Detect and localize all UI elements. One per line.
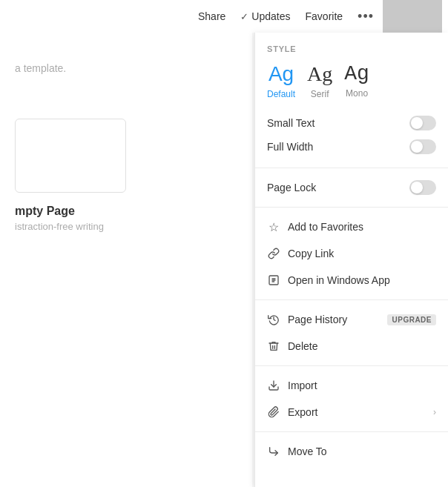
page-lock-row: Page Lock xyxy=(267,176,436,199)
page-history-item[interactable]: Page History UPGRADE xyxy=(255,306,448,333)
import-icon xyxy=(267,379,280,392)
updates-label: Updates xyxy=(251,10,290,22)
import-label: Import xyxy=(288,380,436,391)
dots-icon: ••• xyxy=(358,9,374,24)
add-to-favorites-label: Add to Favorites xyxy=(288,221,436,233)
menu-section-3: Import Export › xyxy=(255,366,448,432)
page-lock-label: Page Lock xyxy=(267,182,316,193)
full-width-label: Full Width xyxy=(267,141,313,153)
trash-icon xyxy=(267,339,280,353)
favorite-button[interactable]: Favorite xyxy=(300,6,349,27)
small-text-toggle[interactable] xyxy=(409,116,436,130)
menu-section-1: ☆ Add to Favorites Copy Link Open in Win… xyxy=(255,208,448,300)
page-description: istraction-free writing xyxy=(15,221,237,232)
copy-link-label: Copy Link xyxy=(288,248,436,259)
open-windows-app-label: Open in Windows App xyxy=(288,274,436,286)
share-label: Share xyxy=(198,10,225,22)
menu-section-4: Move To xyxy=(255,432,448,471)
header-highlight xyxy=(383,0,442,33)
move-to-icon xyxy=(267,445,280,458)
page-history-label: Page History xyxy=(288,314,380,325)
delete-label: Delete xyxy=(288,340,436,352)
import-item[interactable]: Import xyxy=(255,372,448,399)
check-icon: ✓ xyxy=(240,11,248,22)
top-bar: Share ✓ Updates Favorite ••• xyxy=(0,0,448,33)
style-section-label: STYLE xyxy=(267,44,436,53)
page-content: a template. mpty Page istraction-free wr… xyxy=(0,33,252,487)
page-lock-section: Page Lock xyxy=(255,168,448,208)
style-default-label: Default xyxy=(267,89,295,99)
style-option-default[interactable]: Ag Default xyxy=(267,62,295,99)
move-to-label: Move To xyxy=(288,445,436,457)
page-lock-toggle[interactable] xyxy=(409,180,436,195)
export-chevron-icon: › xyxy=(433,407,436,417)
copy-link-item[interactable]: Copy Link xyxy=(255,240,448,267)
full-width-toggle[interactable] xyxy=(409,139,436,154)
style-serif-ag: Ag xyxy=(307,62,332,86)
dropdown-panel: STYLE Ag Default Ag Serif Ag Mono Small … xyxy=(254,33,448,487)
page-title: mpty Page xyxy=(15,205,237,218)
template-box xyxy=(15,119,126,193)
style-options: Ag Default Ag Serif Ag Mono xyxy=(267,62,436,99)
small-text-row: Small Text xyxy=(267,111,436,135)
full-width-row: Full Width xyxy=(267,135,436,159)
style-section: STYLE Ag Default Ag Serif Ag Mono Small … xyxy=(255,33,448,168)
link-icon xyxy=(267,247,280,260)
updates-button[interactable]: ✓ Updates xyxy=(234,6,296,27)
style-serif-label: Serif xyxy=(311,89,329,99)
upgrade-badge: UPGRADE xyxy=(387,314,436,325)
small-text-label: Small Text xyxy=(267,117,314,129)
open-windows-app-item[interactable]: Open in Windows App xyxy=(255,267,448,294)
style-mono-ag: Ag xyxy=(344,62,369,85)
page-subtitle: a template. xyxy=(15,62,237,74)
style-default-ag: Ag xyxy=(269,62,294,86)
move-to-item[interactable]: Move To xyxy=(255,438,448,465)
favorite-label: Favorite xyxy=(306,10,343,22)
add-to-favorites-item[interactable]: ☆ Add to Favorites xyxy=(255,213,448,240)
style-mono-label: Mono xyxy=(346,88,368,99)
export-item[interactable]: Export › xyxy=(255,399,448,425)
star-icon: ☆ xyxy=(267,220,280,233)
export-label: Export xyxy=(288,406,426,418)
history-icon xyxy=(267,313,280,326)
notion-icon xyxy=(267,274,280,287)
more-button[interactable]: ••• xyxy=(352,4,380,29)
menu-section-2: Page History UPGRADE Delete xyxy=(255,300,448,366)
style-option-mono[interactable]: Ag Mono xyxy=(344,62,369,99)
share-button[interactable]: Share xyxy=(192,6,231,27)
style-option-serif[interactable]: Ag Serif xyxy=(307,62,332,99)
export-icon xyxy=(267,405,280,419)
delete-item[interactable]: Delete xyxy=(255,333,448,360)
